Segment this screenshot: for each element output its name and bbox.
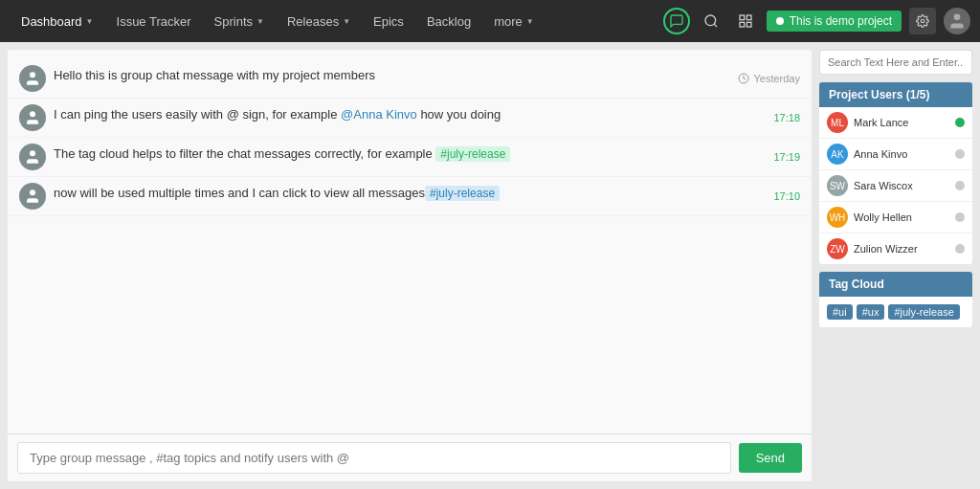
message-text-after: how you doing <box>417 107 501 122</box>
message-avatar <box>19 104 46 131</box>
user-list-item[interactable]: ZW Zulion Wizzer <box>819 233 972 264</box>
message-row: The tag cloud helps to filter the chat m… <box>8 138 812 177</box>
svg-rect-3 <box>746 15 751 20</box>
message-row: Hello this is group chat message with my… <box>8 59 812 99</box>
message-time: 17:19 <box>773 151 800 163</box>
user-status-indicator <box>955 244 965 254</box>
user-list-avatar: SW <box>827 175 848 196</box>
dashboard-dropdown-arrow: ▼ <box>86 17 94 26</box>
project-dot <box>776 17 784 25</box>
svg-point-7 <box>954 14 961 21</box>
users-section: Project Users (1/5) ML Mark Lance AK Ann… <box>819 82 972 264</box>
nav-more[interactable]: more ▼ <box>482 0 546 42</box>
user-status-indicator <box>955 149 965 159</box>
message-tag[interactable]: #july-release <box>425 186 500 201</box>
svg-rect-5 <box>740 22 745 27</box>
svg-point-6 <box>921 19 924 23</box>
user-list-item[interactable]: WH Wolly Hellen <box>819 202 972 233</box>
gear-icon-btn[interactable] <box>909 8 936 34</box>
message-avatar <box>19 144 46 170</box>
svg-rect-2 <box>740 15 745 20</box>
user-list-name: Sara Wiscox <box>854 180 949 191</box>
svg-point-0 <box>705 15 716 26</box>
nav-releases[interactable]: Releases ▼ <box>276 0 362 42</box>
message-text-after: will be used multiple times and I can cl… <box>79 186 425 200</box>
project-label: This is demo project <box>790 14 892 28</box>
tagcloud-section: Tag Cloud #ui#ux#july-release <box>819 272 972 327</box>
message-time: 17:10 <box>773 190 800 202</box>
user-list-name: Wolly Hellen <box>854 211 949 223</box>
svg-rect-4 <box>746 22 751 27</box>
nav-backlog-label: Backlog <box>427 14 471 29</box>
message-avatar <box>19 183 46 210</box>
project-button[interactable]: This is demo project <box>767 11 902 32</box>
tag-cloud-item[interactable]: #july-release <box>888 304 959 320</box>
svg-point-11 <box>30 150 35 156</box>
send-button[interactable]: Send <box>739 443 802 473</box>
user-list-item[interactable]: AK Anna Kinvo <box>819 139 972 170</box>
nav-sprints[interactable]: Sprints ▼ <box>203 0 276 42</box>
chat-input-area: Send <box>8 433 812 481</box>
user-list-avatar: AK <box>827 144 848 165</box>
chat-panel: Hello this is group chat message with my… <box>8 50 812 481</box>
nav-epics[interactable]: Epics <box>362 0 415 42</box>
tagcloud-header: Tag Cloud <box>819 272 972 297</box>
nav-epics-label: Epics <box>373 14 404 29</box>
tag-cloud-item[interactable]: #ui <box>827 304 853 320</box>
sprints-dropdown-arrow: ▼ <box>256 17 264 26</box>
releases-dropdown-arrow: ▼ <box>343 17 350 26</box>
user-list-name: Zulion Wizzer <box>854 243 949 255</box>
more-dropdown-arrow: ▼ <box>526 17 534 26</box>
messages-area[interactable]: Hello this is group chat message with my… <box>8 50 812 433</box>
user-list-item[interactable]: SW Sara Wiscox <box>819 170 972 202</box>
message-row: now will be used multiple times and I ca… <box>8 177 812 216</box>
svg-line-1 <box>714 24 717 27</box>
message-content: now will be used multiple times and I ca… <box>54 183 800 202</box>
nav-more-label: more <box>494 14 523 29</box>
message-row: I can ping the users easily with @ sign,… <box>8 99 812 138</box>
message-text: I can ping the users easily with @ sign,… <box>54 107 341 122</box>
message-date: Yesterday <box>738 73 800 84</box>
nav-issue-tracker-label: Issue Tracker <box>117 14 191 29</box>
svg-point-8 <box>30 72 35 78</box>
search-icon-btn[interactable] <box>698 8 724 34</box>
user-status-indicator <box>955 181 965 190</box>
sidebar-search[interactable] <box>819 50 972 75</box>
mention-tag[interactable]: @Anna Kinvo <box>341 107 417 122</box>
user-list-name: Anna Kinvo <box>854 148 949 160</box>
nav-issue-tracker[interactable]: Issue Tracker <box>105 0 203 42</box>
nav-sprints-label: Sprints <box>214 14 253 29</box>
nav-dashboard-label: Dashboard <box>21 14 82 29</box>
message-content: Hello this is group chat message with my… <box>54 65 800 84</box>
user-list: ML Mark Lance AK Anna Kinvo SW Sara Wisc… <box>819 107 972 264</box>
tag-cloud-item[interactable]: #ux <box>857 304 885 320</box>
message-tag[interactable]: #july-release <box>435 146 510 162</box>
nav-right-actions: This is demo project <box>663 8 970 34</box>
user-list-name: Mark Lance <box>854 117 949 128</box>
user-avatar[interactable] <box>944 8 970 34</box>
svg-point-10 <box>30 111 35 117</box>
user-status-indicator <box>955 212 965 222</box>
user-status-indicator <box>955 118 965 127</box>
chat-input[interactable] <box>17 442 731 474</box>
user-list-avatar: WH <box>827 207 848 228</box>
message-avatar <box>19 65 46 92</box>
message-content: The tag cloud helps to filter the chat m… <box>54 144 800 163</box>
users-header: Project Users (1/5) <box>819 82 972 107</box>
nav-backlog[interactable]: Backlog <box>415 0 482 42</box>
message-text: The tag cloud helps to filter the chat m… <box>54 146 435 161</box>
navbar: Dashboard ▼ Issue Tracker Sprints ▼ Rele… <box>0 0 980 42</box>
main-layout: Hello this is group chat message with my… <box>0 42 980 489</box>
chat-icon-btn[interactable] <box>663 8 690 34</box>
message-content: I can ping the users easily with @ sign,… <box>54 104 800 123</box>
tag-cloud-items: #ui#ux#july-release <box>819 297 972 327</box>
sidebar-panel: Project Users (1/5) ML Mark Lance AK Ann… <box>819 50 972 481</box>
nav-dashboard[interactable]: Dashboard ▼ <box>10 0 105 42</box>
user-list-item[interactable]: ML Mark Lance <box>819 107 972 139</box>
message-text: Hello this is group chat message with my… <box>54 68 375 82</box>
nav-releases-label: Releases <box>287 14 339 29</box>
user-list-avatar: ML <box>827 112 848 133</box>
user-list-avatar: ZW <box>827 238 848 259</box>
svg-point-12 <box>30 189 35 195</box>
grid-icon-btn[interactable] <box>732 8 759 34</box>
